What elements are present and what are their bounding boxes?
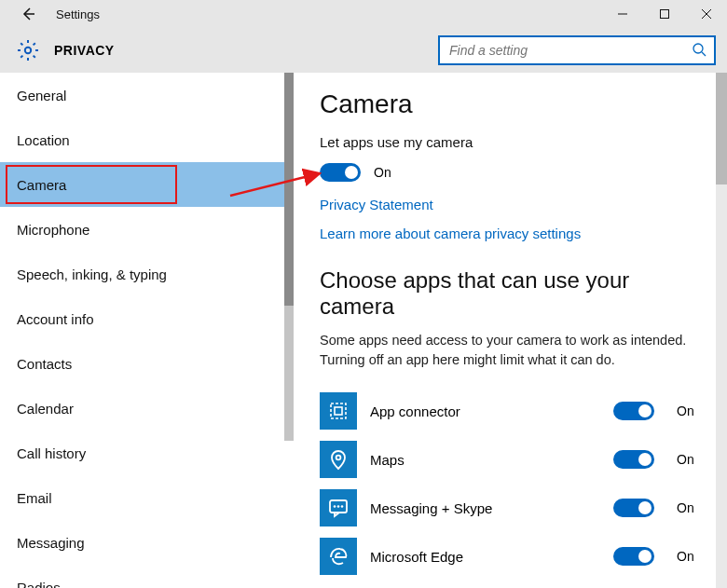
content: GeneralLocationCameraMicrophoneSpeech, i… — [0, 73, 727, 588]
app-toggle[interactable] — [613, 547, 654, 566]
sidebar-item-label: Radios — [17, 580, 61, 589]
window-title: Settings — [56, 7, 100, 21]
app-toggle-state: On — [677, 452, 705, 467]
svg-line-12 — [34, 43, 35, 45]
search-box[interactable] — [438, 35, 716, 65]
master-toggle-state: On — [374, 165, 391, 180]
svg-rect-15 — [331, 403, 346, 418]
svg-point-21 — [341, 505, 344, 508]
sidebar-item-label: Call history — [17, 445, 86, 461]
app-row: Microsoft EdgeOn — [320, 532, 705, 581]
app-toggle-state: On — [677, 403, 705, 418]
svg-point-19 — [334, 505, 336, 508]
svg-point-20 — [337, 505, 340, 508]
learn-more-link[interactable]: Learn more about camera privacy settings — [320, 226, 705, 241]
main-scrollbar[interactable] — [716, 73, 727, 588]
sidebar-item-label: Account info — [17, 311, 94, 327]
sidebar-item-camera[interactable]: Camera — [0, 162, 294, 207]
app-toggle[interactable] — [613, 450, 654, 469]
sidebar-item-label: General — [17, 88, 66, 103]
gear-icon — [15, 37, 41, 63]
sidebar-item-calendar[interactable]: Calendar — [0, 386, 294, 431]
header: PRIVACY — [0, 28, 727, 73]
svg-line-14 — [702, 52, 706, 56]
app-toggle-state: On — [677, 549, 705, 564]
privacy-statement-link[interactable]: Privacy Statement — [320, 197, 705, 212]
sidebar-item-microphone[interactable]: Microphone — [0, 207, 294, 252]
choose-apps-title: Choose apps that can use your camera — [320, 267, 705, 320]
svg-point-4 — [25, 48, 31, 53]
page-title: Camera — [320, 89, 705, 119]
sidebar-scrollbar[interactable] — [284, 73, 294, 441]
app-toggle[interactable] — [613, 402, 654, 420]
sidebar-item-label: Location — [17, 132, 70, 148]
sidebar-item-radios[interactable]: Radios — [0, 565, 294, 588]
sidebar-item-location[interactable]: Location — [0, 117, 294, 162]
sidebar-item-speech-inking-typing[interactable]: Speech, inking, & typing — [0, 252, 294, 296]
titlebar: Settings — [0, 0, 727, 28]
section-title: PRIVACY — [54, 43, 115, 58]
app-name-label: Messaging + Skype — [370, 500, 600, 516]
svg-line-11 — [21, 56, 22, 58]
master-toggle[interactable] — [320, 163, 361, 182]
close-button[interactable] — [685, 0, 727, 28]
svg-rect-1 — [660, 10, 668, 19]
svg-line-9 — [21, 43, 22, 45]
sidebar-item-label: Messaging — [17, 535, 85, 551]
app-name-label: Microsoft Edge — [370, 549, 600, 565]
window-controls — [601, 0, 727, 28]
main-panel: Camera Let apps use my camera On Privacy… — [294, 73, 727, 588]
svg-point-17 — [336, 456, 341, 460]
sidebar-item-label: Camera — [17, 177, 66, 193]
edge-icon — [320, 538, 357, 575]
sidebar-item-label: Contacts — [17, 356, 72, 372]
master-switch-label: Let apps use my camera — [320, 134, 705, 150]
choose-apps-desc: Some apps need access to your camera to … — [320, 331, 705, 370]
sidebar-item-email[interactable]: Email — [0, 475, 294, 520]
maps-icon — [320, 441, 357, 478]
app-name-label: App connector — [370, 403, 600, 419]
app-toggle-state: On — [677, 500, 705, 515]
back-button[interactable] — [17, 3, 39, 25]
sidebar-item-call-history[interactable]: Call history — [0, 431, 294, 475]
search-icon — [692, 42, 706, 60]
sidebar-item-label: Email — [17, 490, 52, 506]
svg-rect-16 — [335, 407, 342, 415]
sidebar-item-messaging[interactable]: Messaging — [0, 520, 294, 565]
sidebar: GeneralLocationCameraMicrophoneSpeech, i… — [0, 73, 294, 588]
minimize-button[interactable] — [601, 0, 643, 28]
svg-point-13 — [693, 44, 703, 53]
maximize-button[interactable] — [643, 0, 685, 28]
app-row: App connectorOn — [320, 387, 705, 435]
app-row: MapsOn — [320, 435, 705, 484]
messaging-icon — [320, 489, 357, 526]
app-name-label: Maps — [370, 452, 600, 468]
sidebar-item-account-info[interactable]: Account info — [0, 296, 294, 341]
sidebar-item-contacts[interactable]: Contacts — [0, 341, 294, 386]
app-connector-icon — [320, 392, 357, 430]
svg-line-10 — [34, 56, 35, 58]
app-row: Messaging + SkypeOn — [320, 484, 705, 532]
app-toggle[interactable] — [613, 499, 654, 517]
sidebar-item-general[interactable]: General — [0, 73, 294, 117]
sidebar-item-label: Speech, inking, & typing — [17, 267, 167, 282]
sidebar-item-label: Calendar — [17, 401, 74, 417]
search-input[interactable] — [447, 42, 692, 59]
sidebar-item-label: Microphone — [17, 222, 89, 238]
